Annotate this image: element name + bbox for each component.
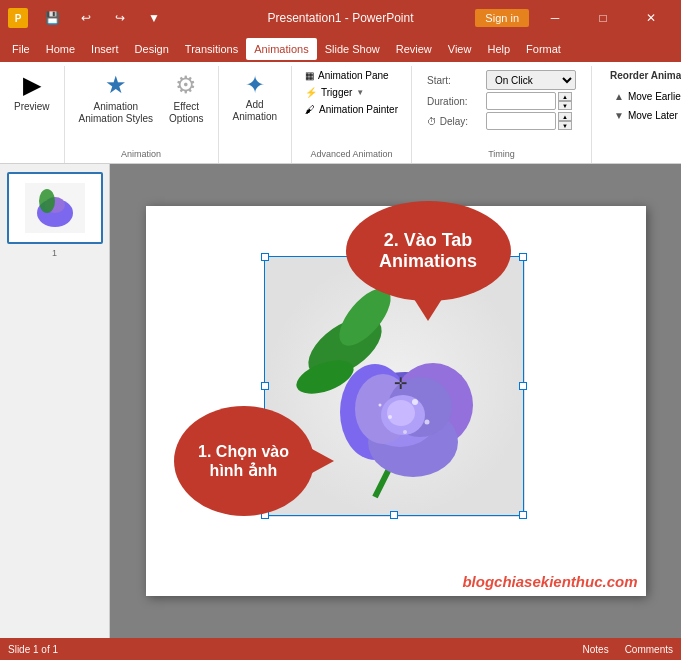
duration-down[interactable]: ▼ <box>558 101 572 110</box>
animation-painter-label: Animation Painter <box>319 104 398 115</box>
svg-point-17 <box>412 399 418 405</box>
menu-design[interactable]: Design <box>127 38 177 60</box>
animation-painter-icon: 🖌 <box>305 104 315 115</box>
title-bar-left: P 💾 ↩ ↪ ▼ <box>8 4 168 32</box>
menu-format[interactable]: Format <box>518 38 569 60</box>
svg-point-16 <box>387 400 415 426</box>
add-animation-button[interactable]: ✦ AddAnimation <box>227 68 283 126</box>
animation-painter-button[interactable]: 🖌 Animation Painter <box>301 102 402 117</box>
menu-view[interactable]: View <box>440 38 480 60</box>
menu-home[interactable]: Home <box>38 38 83 60</box>
ribbon-group-add-animation: ✦ AddAnimation <box>219 66 292 163</box>
window-title: Presentation1 - PowerPoint <box>267 11 413 25</box>
move-later-icon: ▼ <box>614 110 624 121</box>
duration-row: Duration: ▲ ▼ <box>427 92 576 110</box>
slide: ✛ 1. Chọn vào hình ảnh 2. Vào Tab Animat… <box>146 206 646 596</box>
powerpoint-logo: P <box>8 8 28 28</box>
menu-help[interactable]: Help <box>479 38 518 60</box>
sign-in-button[interactable]: Sign in <box>475 9 529 27</box>
advanced-buttons: ▦ Animation Pane ⚡ Trigger ▼ 🖌 Animation… <box>301 68 402 117</box>
add-animation-label: AddAnimation <box>233 99 277 123</box>
minimize-button[interactable]: ─ <box>533 4 577 32</box>
thumb-image <box>25 183 85 233</box>
preview-button[interactable]: ▶ Preview <box>8 68 56 116</box>
reorder-content: Reorder Animation ▲ Move Earlier ▼ Move … <box>602 68 681 157</box>
animation-styles-icon: ★ <box>105 71 127 99</box>
add-animation-content: ✦ AddAnimation <box>227 68 283 157</box>
timing-section: Start: On Click Duration: ▲ ▼ <box>419 68 584 132</box>
menu-insert[interactable]: Insert <box>83 38 127 60</box>
duration-label: Duration: <box>427 96 482 107</box>
watermark: blogchiasekienthuc.com <box>462 573 637 590</box>
callout-2-tail <box>414 299 442 321</box>
title-bar: P 💾 ↩ ↪ ▼ Presentation1 - PowerPoint Sig… <box>0 0 681 36</box>
move-earlier-label: Move Earlier <box>628 91 681 102</box>
ribbon: ▶ Preview ★ AnimationAnimation Styles ⚙ … <box>0 62 681 164</box>
delay-label: ⏱ Delay: <box>427 116 482 127</box>
slide-info: Slide 1 of 1 <box>8 644 58 655</box>
delay-spinner[interactable]: ▲ ▼ <box>558 112 572 130</box>
maximize-button[interactable]: □ <box>581 4 625 32</box>
callout-2: 2. Vào Tab Animations <box>346 201 511 301</box>
add-animation-icon: ✦ <box>245 71 265 99</box>
menu-slideshow[interactable]: Slide Show <box>317 38 388 60</box>
animation-pane-label: Animation Pane <box>318 70 389 81</box>
delay-row: ⏱ Delay: ▲ ▼ <box>427 112 576 130</box>
slides-panel: 1 <box>0 164 110 638</box>
slide-canvas[interactable]: ✛ 1. Chọn vào hình ảnh 2. Vào Tab Animat… <box>110 164 681 638</box>
start-dropdown[interactable]: On Click <box>486 70 576 90</box>
animation-styles-button[interactable]: ★ AnimationAnimation Styles <box>73 68 159 128</box>
advanced-group-label: Advanced Animation <box>310 147 392 161</box>
effect-options-button[interactable]: ⚙ EffectOptions <box>163 68 209 128</box>
animation-pane-button[interactable]: ▦ Animation Pane <box>301 68 402 83</box>
duration-input[interactable] <box>486 92 556 110</box>
trigger-dropdown-icon: ▼ <box>356 88 364 97</box>
menu-transitions[interactable]: Transitions <box>177 38 246 60</box>
svg-point-3 <box>39 189 55 213</box>
redo-button[interactable]: ↪ <box>106 4 134 32</box>
status-bar: Slide 1 of 1 Notes Comments <box>0 638 681 660</box>
trigger-label: Trigger <box>321 87 352 98</box>
trigger-icon: ⚡ <box>305 87 317 98</box>
slide-thumb-inner <box>11 175 99 241</box>
delay-up[interactable]: ▲ <box>558 112 572 121</box>
animation-group-label: Animation <box>121 147 161 161</box>
menu-bar: File Home Insert Design Transitions Anim… <box>0 36 681 62</box>
svg-point-20 <box>403 430 407 434</box>
svg-point-18 <box>388 415 392 419</box>
animation-content: ★ AnimationAnimation Styles ⚙ EffectOpti… <box>73 68 210 147</box>
slide-number: 1 <box>4 248 105 258</box>
notes-button[interactable]: Notes <box>583 644 609 655</box>
ribbon-group-advanced: ▦ Animation Pane ⚡ Trigger ▼ 🖌 Animation… <box>292 66 412 163</box>
close-button[interactable]: ✕ <box>629 4 673 32</box>
delay-input[interactable] <box>486 112 556 130</box>
move-earlier-button[interactable]: ▲ Move Earlier <box>610 89 681 104</box>
timing-content: Start: On Click Duration: ▲ ▼ <box>419 68 584 147</box>
move-later-button[interactable]: ▼ Move Later <box>610 108 681 123</box>
ribbon-group-reorder: Reorder Animation ▲ Move Earlier ▼ Move … <box>592 66 681 163</box>
reorder-section: Reorder Animation ▲ Move Earlier ▼ Move … <box>602 68 681 125</box>
menu-file[interactable]: File <box>4 38 38 60</box>
slide-thumbnail-1[interactable] <box>7 172 103 244</box>
duration-spinner[interactable]: ▲ ▼ <box>558 92 572 110</box>
ribbon-group-preview: ▶ Preview <box>0 66 65 163</box>
reorder-title: Reorder Animation <box>610 70 681 81</box>
trigger-button[interactable]: ⚡ Trigger ▼ <box>301 85 402 100</box>
start-label: Start: <box>427 75 482 86</box>
customize-button[interactable]: ▼ <box>140 4 168 32</box>
effect-options-label: EffectOptions <box>169 101 203 125</box>
menu-review[interactable]: Review <box>388 38 440 60</box>
undo-button[interactable]: ↩ <box>72 4 100 32</box>
main-area: 1 <box>0 164 681 638</box>
menu-animations[interactable]: Animations <box>246 38 316 60</box>
callout-1-text: 1. Chọn vào hình ảnh <box>190 442 298 480</box>
duration-up[interactable]: ▲ <box>558 92 572 101</box>
move-later-label: Move Later <box>628 110 678 121</box>
preview-icon: ▶ <box>23 71 41 99</box>
comments-button[interactable]: Comments <box>625 644 673 655</box>
effect-options-icon: ⚙ <box>175 71 197 99</box>
save-button[interactable]: 💾 <box>38 4 66 32</box>
animation-styles-label: AnimationAnimation Styles <box>79 101 153 125</box>
callout-2-wrapper: 2. Vào Tab Animations <box>346 201 511 301</box>
delay-down[interactable]: ▼ <box>558 121 572 130</box>
